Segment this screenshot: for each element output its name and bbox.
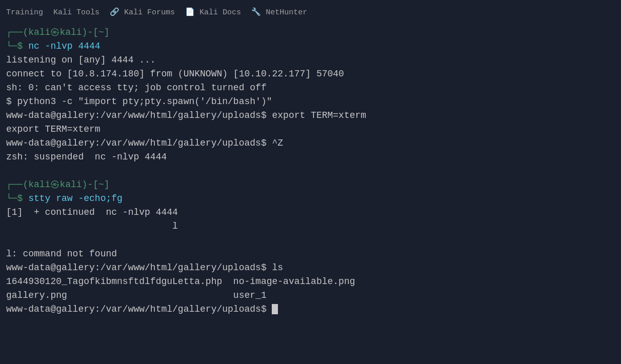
nav-kali-forums[interactable]: 🔗 Kali Forums xyxy=(110,7,175,18)
nav-training[interactable]: Training xyxy=(6,7,43,18)
terminal-cursor xyxy=(272,304,278,314)
terminal-body: ┌──(kali㉿kali)-[~] └─$ nc -nlvp 4444 lis… xyxy=(2,24,619,318)
nav-kali-docs[interactable]: 📄 Kali Docs xyxy=(185,7,241,18)
nav-nethunter[interactable]: 🔧 NetHunter xyxy=(251,7,307,18)
top-navigation-bar: Training Kali Tools 🔗 Kali Forums 📄 Kali… xyxy=(2,4,619,22)
nav-kali-tools[interactable]: Kali Tools xyxy=(53,7,99,18)
terminal-output: ┌──(kali㉿kali)-[~] └─$ nc -nlvp 4444 lis… xyxy=(6,26,615,316)
terminal-window: Training Kali Tools 🔗 Kali Forums 📄 Kali… xyxy=(0,0,621,364)
